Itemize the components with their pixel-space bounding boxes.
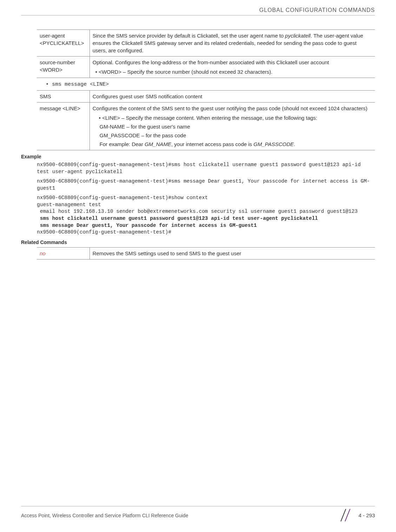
desc-cell: Optional. Configures the long-address or…	[90, 57, 375, 78]
param-cell: message <LINE>	[37, 103, 90, 150]
desc-cell: Configures the content of the SMS sent t…	[90, 103, 375, 150]
table-row: no Removes the SMS settings used to send…	[37, 247, 375, 259]
table-row: SMS Configures guest user SMS notificati…	[37, 91, 375, 103]
syntax-bullet: sms message <LINE>	[46, 81, 375, 87]
definition-table-2: SMS Configures guest user SMS notificati…	[37, 90, 375, 150]
footer-slash-icon	[341, 509, 353, 521]
table-row: message <LINE> Configures the content of…	[37, 103, 375, 150]
param-cell: source-number <WORD>	[37, 57, 90, 78]
code-line: nx9500-6C8809(config-guest-management-te…	[37, 162, 375, 175]
desc-sub: For example: Dear GM_NAME, your internet…	[100, 140, 372, 148]
main-content: user-agent <PYCLICKATELL> Since the SMS …	[21, 29, 375, 260]
code-line-bold: sms message Dear guest1, Your passcode f…	[37, 222, 375, 229]
no-command-link[interactable]: no	[40, 250, 46, 256]
desc-italic: GM_NAME	[145, 141, 171, 147]
table-row: source-number <WORD> Optional. Configure…	[37, 57, 375, 78]
code-line: guest-management test	[37, 202, 375, 209]
related-commands-table: no Removes the SMS settings used to send…	[37, 247, 375, 260]
desc-text: Configures the content of the SMS sent t…	[93, 105, 372, 112]
example-heading: Example	[21, 154, 375, 159]
desc-cell: Configures guest user SMS notification c…	[90, 91, 375, 103]
desc-sub: GM_PASSCODE – for the pass code	[100, 132, 372, 139]
code-line: nx9500-6C8809(config-guest-management-te…	[37, 229, 375, 236]
desc-sub: GM-NAME – for the guest user's name	[100, 123, 372, 130]
desc-text: Since the SMS service provider by defaul…	[93, 33, 285, 39]
page-number: 4 - 293	[358, 512, 375, 518]
desc-italic: pyclickatell	[285, 33, 311, 39]
desc-text: For example: Dear	[100, 141, 145, 147]
desc-cell: Since the SMS service provider by defaul…	[90, 30, 375, 57]
footer-doc-title: Access Point, Wireless Controller and Se…	[21, 513, 188, 518]
desc-italic: GM_PASSCODE	[253, 141, 294, 147]
desc-bullet: • <LINE> – Specify the message content. …	[99, 114, 372, 121]
footer-right: 4 - 293	[341, 509, 375, 521]
desc-text: , your internet access pass code is	[171, 141, 253, 147]
param-cell: no	[37, 247, 90, 259]
desc-text: Optional. Configures the long-address or…	[93, 59, 372, 66]
header-title: GLOBAL CONFIGURATION COMMANDS	[21, 7, 375, 13]
desc-bullet: • <WORD> – Specify the source number (sh…	[95, 68, 372, 75]
param-cell: SMS	[37, 91, 90, 103]
desc-text: .	[294, 141, 295, 147]
param-cell: user-agent <PYCLICKATELL>	[37, 30, 90, 57]
desc-cell: Removes the SMS settings used to send SM…	[90, 247, 375, 259]
definition-table-1: user-agent <PYCLICKATELL> Since the SMS …	[37, 29, 375, 78]
related-commands-heading: Related Commands	[21, 239, 375, 245]
code-line: nx9500-6C8809(config-guest-management-te…	[37, 178, 375, 192]
header-divider	[21, 15, 375, 15]
code-line: email host 192.168.13.10 sender bob@extr…	[37, 208, 375, 215]
code-line-bold: sms host clickatell username guest1 pass…	[37, 215, 375, 222]
table-row: user-agent <PYCLICKATELL> Since the SMS …	[37, 30, 375, 57]
code-line: nx9500-6C8809(config-guest-management-te…	[37, 195, 375, 202]
page-footer: Access Point, Wireless Controller and Se…	[21, 506, 375, 521]
